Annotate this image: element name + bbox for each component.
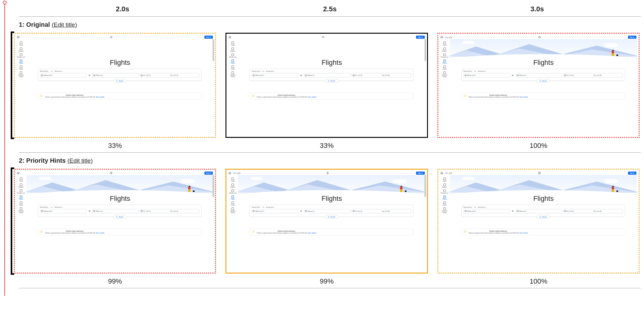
mini-topbar: GoogleSign in — [441, 35, 636, 39]
mini-topbar: GoogleSign in — [441, 171, 636, 175]
visual-complete-pct: 33% — [13, 142, 217, 150]
trip-chips: Round trip1Economy — [40, 206, 199, 208]
origin-field: Where from? — [40, 73, 86, 77]
calendar-icon — [353, 75, 354, 76]
swap-icon: ⇄ — [299, 73, 303, 77]
frame-shell: Sign inTravelExploreThings to doFlightsH… — [224, 31, 429, 139]
time-header-cell: 3.0s — [434, 3, 641, 15]
frame-border: GoogleSign inTravelExploreThings to doFl… — [225, 169, 428, 274]
search-icon: 🔍 — [328, 216, 330, 218]
search-card: Round trip1EconomyWhere from?⇄Where to?F… — [38, 205, 202, 217]
nav-item-icon — [231, 71, 234, 74]
search-button: 🔍Search — [325, 215, 338, 219]
warning-icon: ! — [40, 94, 43, 97]
apps-grid-icon — [538, 36, 541, 38]
mini-sidebar-item: Things to do — [228, 54, 237, 58]
more-details-link: More details — [96, 232, 104, 234]
nav-item-icon — [20, 201, 22, 204]
warning-icon: ! — [464, 94, 467, 97]
mini-sidebar-item: Travel — [440, 42, 449, 46]
search-button: 🔍Search — [113, 215, 126, 219]
separator — [19, 16, 641, 17]
destination-icon — [305, 75, 307, 76]
nav-item-icon — [231, 54, 234, 56]
nav-item-icon — [231, 207, 234, 210]
frame-shell: Sign inTravelExploreThings to doFlightsH… — [13, 31, 217, 139]
mini-sidebar-item: Vacation rentals — [16, 207, 26, 213]
visual-complete-pct: 99% — [13, 277, 217, 285]
nav-item-icon — [20, 42, 22, 44]
visual-complete-pct: 100% — [436, 142, 641, 150]
nav-item-icon — [443, 71, 446, 74]
nav-item-icon — [443, 195, 446, 198]
cabin-chip: Economy — [266, 206, 274, 208]
edit-title-link[interactable]: (Edit title) — [67, 157, 92, 164]
row-title: 1: Original (Edit title) — [19, 21, 641, 28]
hamburger-menu-icon — [17, 36, 19, 38]
date-field: Fri, Oct 22Tue, Oct 26 — [352, 209, 411, 213]
mini-sidebar-item: Vacation rentals — [228, 207, 237, 213]
mini-sidebar-item: Explore — [16, 48, 26, 52]
hamburger-menu-icon — [229, 36, 231, 38]
mini-scrollbar — [213, 175, 214, 197]
origin-field: Where from? — [464, 209, 510, 213]
travel-advisory: !Active travel advisoryThere's a governm… — [38, 229, 202, 235]
mini-topbar: GoogleSign in — [229, 171, 425, 175]
travel-advisory: !Active travel advisoryThere's a governm… — [38, 93, 202, 99]
origin-icon — [253, 75, 254, 76]
swap-icon: ⇄ — [511, 73, 515, 77]
mini-sidebar-item: Travel — [16, 178, 26, 182]
mini-scrollbar — [425, 175, 426, 197]
more-details-link: More details — [519, 232, 528, 234]
frame-shell: GoogleSign inTravelExploreThings to doFl… — [224, 167, 429, 275]
mini-sidebar-item: Travel — [440, 178, 449, 182]
passenger-chip: 1 — [50, 70, 53, 72]
mini-sidebar-item: Vacation rentals — [440, 71, 449, 77]
search-icon: 🔍 — [539, 80, 541, 82]
timeline-marker — [3, 1, 7, 4]
visual-complete-pct: 99% — [224, 277, 429, 285]
filmstrip-row: Sign inTravelExploreThings to doFlightsH… — [13, 31, 641, 150]
mini-sidebar: TravelExploreThings to doFlightsHotelsVa… — [440, 176, 449, 271]
page-title-flights: Flights — [450, 195, 637, 203]
mini-sidebar-item: Things to do — [16, 54, 26, 58]
mini-sidebar-item: Vacation rentals — [440, 207, 449, 213]
page-title-flights: Flights — [450, 59, 637, 67]
visual-complete-pct: 100% — [436, 277, 641, 285]
mini-sidebar-item: Vacation rentals — [16, 71, 26, 77]
sign-in-button: Sign in — [628, 36, 636, 39]
sign-in-button: Sign in — [204, 172, 213, 175]
visual-complete-pct: 33% — [224, 142, 429, 150]
mini-sidebar-item: Explore — [228, 184, 237, 188]
destination-field: Where to? — [304, 73, 350, 77]
nav-item-icon — [20, 65, 22, 68]
destination-icon — [93, 75, 95, 76]
mini-sidebar-item: Travel — [16, 42, 26, 46]
travel-advisory: !Active travel advisoryThere's a governm… — [249, 93, 413, 99]
destination-icon — [93, 210, 95, 212]
nav-item-icon — [231, 48, 234, 50]
nav-item-icon — [20, 54, 22, 56]
origin-field: Where from? — [464, 73, 510, 77]
more-details-link: More details — [96, 96, 104, 98]
frame-shell: GoogleSign inTravelExploreThings to doFl… — [436, 167, 641, 275]
mini-page: Sign inTravelExploreThings to doFlightsH… — [16, 35, 214, 136]
nav-item-icon — [443, 42, 446, 44]
nav-item-icon — [231, 201, 234, 204]
mini-sidebar-item: Vacation rentals — [228, 71, 237, 77]
destination-field: Where to? — [516, 73, 562, 77]
nav-item-icon — [443, 65, 446, 68]
mini-page: Sign inTravelExploreThings to doFlightsH… — [227, 35, 426, 136]
frame-cell: GoogleSign inTravelExploreThings to doFl… — [224, 167, 429, 286]
date-field: Fri, Oct 22Tue, Oct 26 — [563, 209, 623, 213]
destination-field: Where to? — [516, 209, 562, 213]
date-field: Fri, Oct 22Tue, Oct 26 — [140, 73, 199, 77]
mini-topbar: Sign in — [229, 35, 425, 39]
edit-title-link[interactable]: (Edit title) — [52, 21, 77, 28]
hamburger-menu-icon — [17, 172, 19, 174]
nav-item-icon — [443, 189, 446, 192]
trip-type-chip: Round trip — [40, 206, 48, 208]
filmstrip-row: Sign inTravelExploreThings to doFlightsH… — [13, 167, 641, 286]
swap-icon: ⇄ — [511, 209, 515, 213]
warning-icon: ! — [252, 230, 255, 233]
